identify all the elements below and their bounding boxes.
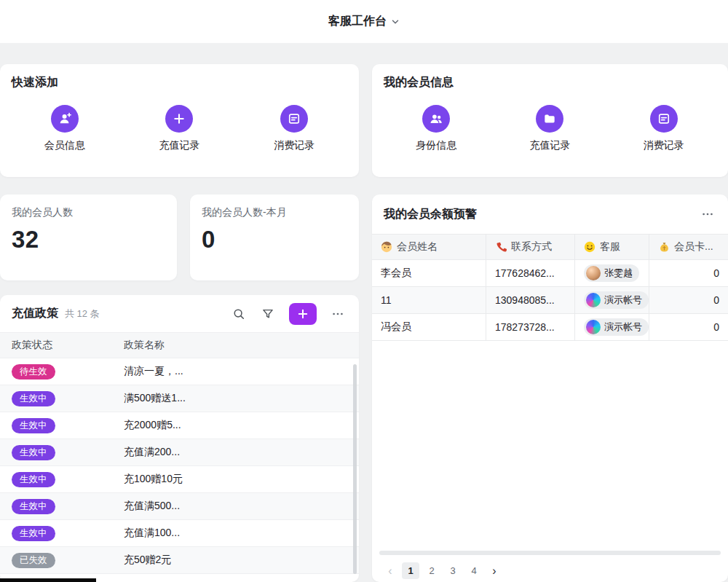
stat-label: 我的会员人数	[12, 206, 165, 219]
policy-name: 充50赠2元	[124, 554, 359, 567]
table-row[interactable]: 已失效 充50赠2元	[0, 547, 359, 574]
agent-chip[interactable]: 演示帐号	[584, 291, 649, 309]
shortcut-consume-record[interactable]: 消费记录	[607, 105, 721, 152]
my-member-info-card: 我的会员信息 身份信息 充值记录 消费记录	[372, 64, 728, 177]
stat-value: 0	[202, 226, 347, 253]
shortcut-recharge-record[interactable]: 充值记录	[493, 105, 606, 152]
search-icon[interactable]	[228, 304, 250, 324]
agent-name: 演示帐号	[604, 321, 642, 334]
shortcut-label: 充值记录	[159, 139, 199, 152]
phone-icon	[495, 241, 507, 253]
dashboard-screen: 客服工作台 快速添加 会员信息 充值记录 消费	[0, 0, 728, 582]
my-member-info-title: 我的会员信息	[372, 64, 728, 90]
table-row[interactable]: 李会员 177628462... 张雯越 0	[372, 260, 728, 287]
balance-cell: 0	[649, 314, 728, 340]
quick-add-card: 快速添加 会员信息 充值记录 消费记录	[0, 64, 359, 177]
filter-icon[interactable]	[257, 304, 279, 324]
member-name-cell: 冯会员	[372, 314, 486, 340]
table-row[interactable]: 生效中 充值满100...	[0, 520, 359, 547]
table-row[interactable]: 生效中 充值满500...	[0, 493, 359, 520]
column-header-label: 客服	[600, 240, 620, 253]
status-badge: 生效中	[12, 445, 55, 460]
folder-icon	[536, 105, 563, 133]
workspace-switcher[interactable]: 客服工作台	[328, 14, 400, 29]
table-row[interactable]: 生效中 充2000赠5...	[0, 412, 359, 439]
agent-chip[interactable]: 张雯越	[584, 264, 639, 282]
page-button-1[interactable]: 1	[402, 562, 419, 579]
page-button-3[interactable]: 3	[444, 562, 462, 579]
recharge-policy-card: 充值政策 共 12 条 政策状态 政策名称	[0, 295, 359, 582]
avatar	[586, 266, 601, 280]
balance-cell: 0	[649, 260, 728, 286]
balance-warning-title: 我的会员余额预警	[384, 207, 477, 222]
stat-value: 32	[12, 226, 165, 253]
table-row[interactable]: 生效中 充100赠10元	[0, 466, 359, 493]
table-body: 待生效 清凉一夏，... 生效中 满500赠送1... 生效中 充2000赠5.…	[0, 358, 359, 574]
shortcut-identity-info[interactable]: 身份信息	[379, 105, 493, 152]
contact-cell: 130948085...	[486, 287, 575, 313]
table-toolbar	[228, 303, 349, 325]
policy-name: 充2000赠5...	[124, 419, 359, 432]
people-icon	[422, 105, 450, 133]
status-badge: 生效中	[12, 472, 55, 487]
taskbar-fragment	[0, 578, 96, 582]
status-badge: 生效中	[12, 526, 55, 541]
quick-add-shortcuts: 会员信息 充值记录 消费记录	[0, 105, 359, 152]
quick-add-title: 快速添加	[0, 64, 359, 90]
page-button-4[interactable]: 4	[465, 562, 483, 579]
avatar	[586, 320, 601, 334]
receipt-icon	[280, 105, 308, 133]
balance-warning-card: 我的会员余额预警 会员姓名 联系方式	[372, 194, 728, 582]
shortcut-label: 会员信息	[44, 139, 85, 152]
shortcut-label: 身份信息	[416, 139, 456, 152]
horizontal-scrollbar[interactable]	[379, 551, 721, 555]
table-row[interactable]: 生效中 充值满200...	[0, 439, 359, 466]
policy-name: 充值满200...	[124, 446, 359, 459]
receipt-icon	[650, 105, 678, 133]
table-row[interactable]: 11 130948085... 演示帐号 0	[372, 287, 728, 314]
member-add-icon	[51, 105, 79, 133]
agent-name: 演示帐号	[604, 294, 642, 307]
smiley-icon	[584, 241, 596, 253]
more-dots-icon[interactable]	[327, 304, 349, 324]
column-header-label: 会员姓名	[397, 240, 438, 253]
chevron-down-icon	[391, 17, 400, 26]
shortcut-consume-record[interactable]: 消费记录	[237, 105, 352, 152]
status-badge: 已失效	[12, 553, 55, 568]
prev-page-icon[interactable]: ‹	[382, 562, 398, 579]
table-row[interactable]: 冯会员 178273728... 演示帐号 0	[372, 314, 728, 341]
member-count-month-card: 我的会员人数-本月 0	[190, 194, 359, 280]
shortcut-label: 消费记录	[274, 139, 314, 152]
shortcut-member-info[interactable]: 会员信息	[7, 105, 122, 152]
shortcut-label: 消费记录	[644, 139, 684, 152]
page-button-2[interactable]: 2	[423, 562, 440, 579]
shortcut-label: 充值记录	[529, 139, 570, 152]
policy-name: 充值满100...	[124, 527, 359, 540]
balance-warning-table: 会员姓名 联系方式 客服	[372, 234, 728, 341]
more-dots-icon[interactable]	[699, 205, 716, 223]
balance-warning-header: 我的会员余额预警	[372, 194, 728, 234]
shortcut-recharge-record[interactable]: 充值记录	[122, 105, 237, 152]
column-header-status: 政策状态	[0, 339, 124, 352]
table-row[interactable]: 生效中 满500赠送1...	[0, 385, 359, 412]
column-header-name: 政策名称	[124, 339, 359, 352]
recharge-policy-header: 充值政策 共 12 条	[0, 295, 359, 332]
agent-chip[interactable]: 演示帐号	[584, 318, 649, 336]
balance-cell: 0	[649, 287, 728, 313]
status-badge: 生效中	[12, 418, 55, 433]
add-record-button[interactable]	[289, 303, 317, 325]
vertical-scrollbar[interactable]	[353, 364, 357, 574]
table-body: 李会员 177628462... 张雯越 0 11 130948085...	[372, 260, 728, 341]
member-name-cell: 11	[372, 287, 486, 313]
policy-name: 充值满500...	[124, 500, 359, 513]
status-badge: 生效中	[12, 391, 55, 406]
next-page-icon[interactable]: ›	[486, 562, 502, 579]
stat-label: 我的会员人数-本月	[202, 206, 347, 219]
policy-name: 满500赠送1...	[124, 392, 359, 405]
status-badge: 生效中	[12, 499, 55, 514]
pagination: ‹ 1 2 3 4 ›	[382, 562, 502, 579]
contact-cell: 177628462...	[486, 260, 575, 286]
column-header-label: 会员卡...	[674, 240, 713, 253]
table-row[interactable]: 待生效 清凉一夏，...	[0, 358, 359, 385]
page-title: 客服工作台	[328, 14, 387, 29]
